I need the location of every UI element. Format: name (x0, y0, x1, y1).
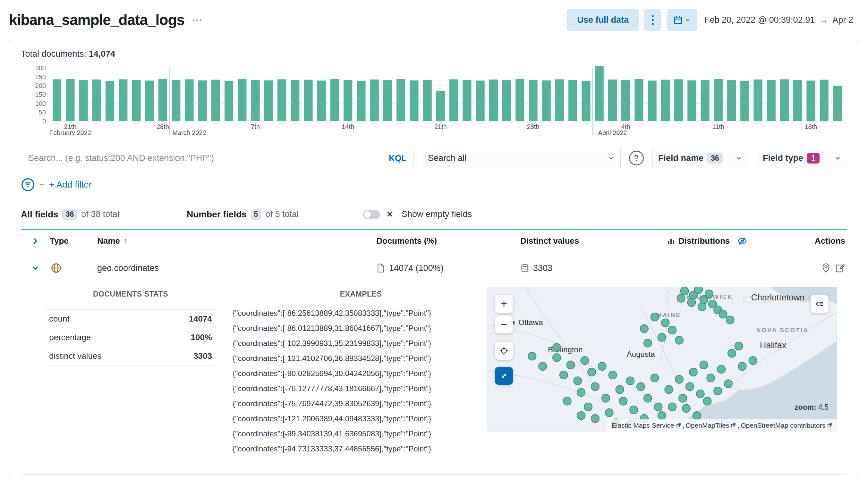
close-icon: ✕ (386, 210, 393, 219)
col-distributions-label: Distributions (678, 236, 730, 246)
total-documents: Total documents: 14,074 (21, 49, 847, 59)
attribution-link[interactable]: Elastic Maps Service (612, 422, 674, 429)
col-name-sort[interactable]: Name ↑ (97, 236, 376, 246)
chevron-down-icon (31, 263, 40, 273)
svg-text:February 2022: February 2022 (50, 129, 91, 136)
all-fields-group: All fields 36 of 38 total (21, 209, 119, 220)
histogram-icon (667, 237, 675, 245)
data-visualizer-panel: Total documents: 14,074 0501001502002503… (9, 40, 859, 478)
top-bar: kibana_sample_data_logs ⋯ Use full data … (0, 0, 868, 40)
date-end[interactable]: Apr 2 (832, 15, 853, 25)
svg-text:18th: 18th (805, 123, 817, 130)
col-actions: Actions (808, 236, 847, 246)
field-name-cell[interactable]: geo.coordinates (97, 263, 376, 273)
use-full-data-button[interactable]: Use full data (567, 9, 639, 31)
example-value: {"coordinates":[-121.4102706,36.89334528… (232, 351, 489, 366)
col-documents: Documents (%) (376, 236, 520, 246)
show-empty-fields-toggle[interactable] (363, 210, 380, 219)
example-value: {"coordinates":[-90.02825694,30.04242056… (232, 366, 489, 381)
chevron-down-icon (685, 17, 691, 23)
zoom-label: zoom: (795, 403, 816, 411)
documents-histogram: 05010015020025030021th28th7th14th21th28t… (21, 66, 848, 136)
edit-field-icon[interactable] (835, 263, 845, 273)
attribution-link[interactable]: OpenStreetMap contributors (741, 422, 825, 429)
all-fields-total: of 38 total (81, 210, 119, 219)
svg-text:March 2022: March 2022 (172, 129, 206, 136)
expand-icon (499, 371, 508, 380)
date-range[interactable]: Feb 20, 2022 @ 00:39:02.91 → Apr 2 (698, 15, 853, 25)
all-fields-label: All fields (21, 210, 58, 220)
map-zoom-in-button[interactable]: + (495, 295, 513, 313)
search-all-select[interactable]: Search all (422, 147, 621, 169)
chevron-down-icon (608, 155, 615, 162)
filter-bar: + Add filter (21, 178, 847, 192)
svg-text:300: 300 (35, 66, 46, 71)
document-icon (376, 263, 385, 273)
number-fields-group: Number fields 5 of 5 total (187, 209, 299, 220)
date-start[interactable]: Feb 20, 2022 @ 00:39:02.91 (705, 15, 815, 25)
total-documents-label: Total documents: (21, 49, 86, 59)
add-filter-button[interactable]: + Add filter (49, 180, 92, 190)
attribution-link[interactable]: OpenMapTiles (686, 422, 730, 429)
search-input[interactable] (21, 147, 413, 169)
svg-text:14th: 14th (342, 123, 354, 130)
chevron-right-icon (31, 236, 40, 246)
examples-list: {"coordinates":[-86.25613889,42.35083333… (232, 306, 489, 456)
documents-stats-block: DOCUMENTS STATS count14074percentage100%… (46, 290, 215, 365)
calendar-button[interactable] (666, 9, 698, 31)
svg-text:Halifax: Halifax (760, 340, 786, 350)
documents-stats-table: count14074percentage100%distinct values3… (46, 309, 215, 365)
svg-text:150: 150 (35, 91, 46, 98)
help-icon[interactable]: ? (629, 151, 644, 165)
svg-text:28th: 28th (157, 123, 169, 130)
fields-table-header: Type Name ↑ Documents (%) Distinct value… (21, 230, 847, 252)
map-locate-button[interactable] (495, 342, 513, 360)
kql-toggle[interactable]: KQL (389, 153, 406, 163)
number-fields-total: of 5 total (265, 210, 299, 219)
svg-text:200: 200 (35, 82, 46, 89)
date-picker[interactable]: Feb 20, 2022 @ 00:39:02.91 → Apr 2 (666, 9, 859, 31)
expand-all-button[interactable] (21, 236, 50, 246)
histogram-svg: 05010015020025030021th28th7th14th21th28t… (21, 66, 848, 136)
field-type-label: Field type (763, 153, 803, 163)
geo-map[interactable]: BRUNSWICKCharlottetownMAINENOVA SCOTIAHa… (487, 287, 837, 432)
map-legend-button[interactable] (811, 295, 829, 313)
example-value: {"coordinates":[-86.25613889,42.35083333… (232, 306, 489, 321)
title-options-icon[interactable]: ⋯ (191, 17, 203, 23)
map-pin-icon[interactable] (821, 263, 831, 273)
map-zoom-level: zoom: 4.5 (795, 403, 829, 412)
total-documents-value: 14,074 (89, 49, 116, 59)
map-zoom-out-button[interactable]: − (495, 316, 513, 333)
svg-text:0: 0 (42, 118, 46, 125)
number-fields-label: Number fields (187, 210, 247, 220)
stat-row: count14074 (46, 309, 215, 328)
documents-value: 14074 (100%) (389, 263, 444, 273)
external-link-icon (731, 422, 736, 428)
field-type-filter[interactable]: Field type 1 (757, 147, 847, 169)
filter-icon[interactable] (21, 178, 35, 192)
svg-text:28th: 28th (527, 123, 539, 130)
field-name-filter[interactable]: Field name 36 (652, 147, 748, 169)
collapse-row-button[interactable] (21, 263, 50, 273)
map-expand-button[interactable] (495, 367, 513, 385)
sort-asc-icon: ↑ (123, 236, 127, 246)
eye-slash-icon[interactable] (738, 236, 747, 246)
panel-bottom-divider (21, 475, 847, 475)
search-all-value: Search all (428, 153, 604, 163)
zoom-value: 4.5 (818, 403, 829, 411)
basemap-svg: BRUNSWICKCharlottetownMAINENOVA SCOTIAHa… (487, 287, 837, 432)
chevron-down-icon (735, 155, 742, 162)
svg-text:7th: 7th (251, 123, 260, 130)
svg-text:Augusta: Augusta (627, 350, 655, 358)
show-empty-fields-label: Show empty fields (402, 210, 472, 219)
more-options-button[interactable]: ⋮ (644, 9, 661, 31)
distinct-values-value: 3303 (533, 263, 552, 273)
example-value: {"coordinates":[-76.12777778,43.18166667… (232, 381, 489, 396)
date-arrow-icon: → (819, 15, 828, 25)
svg-text:Charlottetown: Charlottetown (751, 292, 805, 302)
svg-text:21th: 21th (434, 123, 447, 130)
database-icon (520, 263, 529, 273)
page-title: kibana_sample_data_logs (9, 11, 184, 29)
svg-text:April 2022: April 2022 (598, 129, 627, 136)
search-box: KQL (21, 147, 413, 169)
